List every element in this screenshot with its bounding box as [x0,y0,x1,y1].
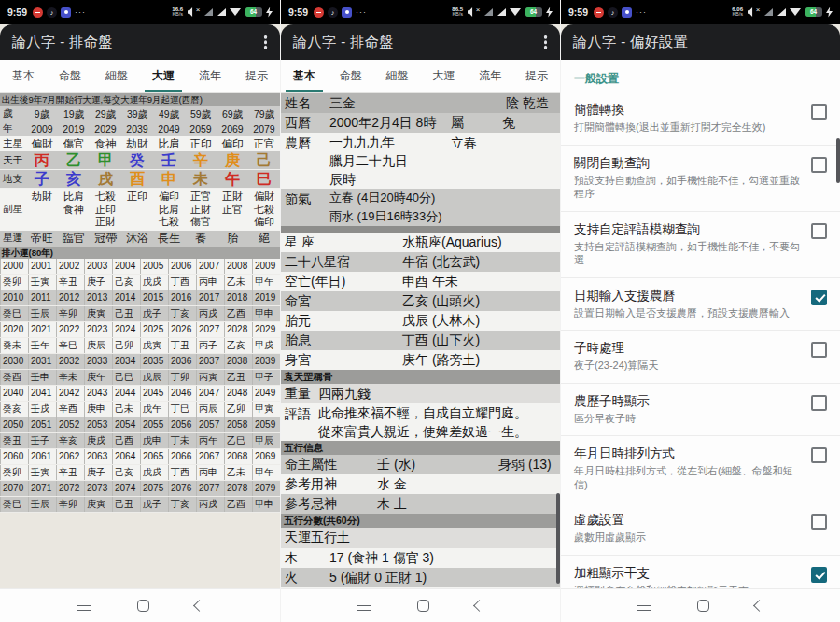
minor-luck-cell: 2026 [168,322,196,337]
field-label: 參考忌神 [285,496,377,513]
clock: 9:59 [568,7,588,18]
more-notifications-icon: ··· [75,7,86,17]
year-cell: 2039 [121,121,153,136]
status-right: 86.5KB/s 64 [452,7,553,18]
mute-icon [748,7,761,17]
app-bar: 論八字 - 偏好設置 [561,24,840,60]
settings-item[interactable]: 農歷子時顯示 區分早夜子時 [561,383,840,436]
field-value: 丁酉 (山下火) [402,332,480,349]
tab[interactable]: 命盤 [47,60,93,92]
overflow-menu-icon[interactable] [264,40,268,44]
main-star-cell: 正官 [248,136,280,151]
minor-luck-cell: 2072 [56,481,84,496]
minor-luck-cell: 壬辰 [28,306,56,321]
dayun-stage-row: 星運 帝旺臨官冠帶沐浴長生養胎絕 [0,231,280,247]
android-nav-bar [0,588,280,622]
status-left: 9:59 ♪ ··· [7,7,86,18]
minor-luck-cell: 壬寅 [28,275,56,290]
back-icon[interactable] [753,600,765,612]
minor-luck-cell: 己酉 [112,433,140,448]
checkbox[interactable] [811,223,827,239]
tab[interactable]: 大運 [140,60,187,92]
back-icon[interactable] [473,600,485,612]
tab[interactable]: 細盤 [374,60,421,92]
settings-item[interactable]: 加粗顯示干支 選擇則會在命盤和細盤中加粗顯示干支 [561,555,840,589]
recents-icon[interactable] [637,601,651,611]
minor-luck-cell: 己丑 [112,306,140,321]
scrollbar[interactable] [836,138,840,183]
setting-description: 年月日時柱排列方式，從左到右(細盤、命盤和短信) [574,464,802,491]
life-stage-cell: 長生 [153,231,185,247]
field-label: 空亡(年日) [285,274,402,290]
setting-description: 區分早夜子時 [574,412,802,426]
minor-luck-cell: 2052 [56,417,84,432]
tab[interactable]: 細盤 [93,60,140,92]
minor-luck-cell: 2030 [0,354,28,369]
minor-luck-cell: 2036 [168,354,196,369]
checkbox[interactable] [811,104,827,120]
minor-luck-cell: 乙亥 [224,338,252,353]
android-nav-bar [281,588,560,622]
earthly-branch-cell: 午 [217,170,248,188]
minor-luck-cell: 丁未 [168,433,196,448]
setting-title: 子時處理 [574,340,802,357]
home-icon[interactable] [417,600,429,612]
lunar-line: 辰時 [329,170,451,189]
back-icon[interactable] [193,600,205,612]
field-value: 庚午 (路旁土) [402,352,480,369]
field-extra: 身弱 (13) [498,457,552,474]
minor-luck-cell: 2059 [252,417,280,432]
settings-item[interactable]: 子時處理 夜子(23-24)算隔天 [561,330,840,383]
checkbox[interactable] [811,395,827,411]
minor-luck-row: 2050205120522053205420552056205720582059 [0,417,280,433]
sub-stars-cell: 正財正官 [217,191,248,216]
tab[interactable]: 提示 [233,60,280,92]
tab[interactable]: 大運 [420,60,467,92]
home-icon[interactable] [697,600,709,612]
settings-item[interactable]: 關閉自動查詢 預設支持自動查詢，如手機性能不佳，勾選並重啟程序 [561,145,840,211]
tab[interactable]: 基本 [0,60,47,92]
setting-title: 加粗顯示干支 [574,565,802,582]
checkbox[interactable] [811,290,827,305]
minor-luck-cell: 丁卯 [168,370,196,385]
checkbox[interactable] [811,157,827,173]
checkbox[interactable] [811,447,827,463]
settings-item[interactable]: 虛歲設置 歲數用虛歲顯示 [561,502,840,555]
minor-luck-cell: 2060 [0,449,28,464]
setting-title: 日期輸入支援農曆 [574,288,802,304]
home-icon[interactable] [137,600,149,612]
life-stage-cell: 冠帶 [90,231,121,247]
row-label: 副星 [0,191,26,229]
wuxing-row: 參考忌神 木 土 [281,494,560,514]
row-label: 主星 [0,136,26,151]
recents-icon[interactable] [357,601,371,611]
dayun-stem-row: 天干 丙乙甲癸壬辛庚己 [0,151,280,170]
minor-luck-row: 2040204120422043204420452046204720482049 [0,386,280,402]
minor-luck-cell: 2070 [0,481,28,496]
solar-term-line: 立春 (4日20時40分) [329,189,442,207]
heavenly-stem-cell: 壬 [153,151,185,169]
settings-item[interactable]: 日期輸入支援農曆 設置日期輸入是否支援農曆，預設支援農曆輸入 [561,277,840,331]
minor-luck-cell: 癸卯 [0,275,28,290]
minor-luck-row: 2030203120322033203420352036203720382039 [0,354,280,370]
tab[interactable]: 流年 [187,60,233,92]
minor-luck-cell: 甲辰 [252,433,280,448]
minor-luck-cell: 2037 [196,354,224,369]
recents-icon[interactable] [77,601,91,611]
settings-item[interactable]: 支持自定評語模糊查詢 支持自定評語模糊查詢，如手機性能不佳，不要勾選 [561,211,840,277]
heavenly-stem-cell: 庚 [217,151,248,169]
checkbox[interactable] [811,342,827,358]
minor-luck-cell: 甲寅 [252,402,280,417]
minor-luck-cell: 乙酉 [224,306,252,321]
tab[interactable]: 提示 [513,60,560,92]
row-label: 天干 [0,151,26,169]
tab[interactable]: 基本 [281,60,328,92]
tab[interactable]: 命盤 [328,60,374,92]
settings-item[interactable]: 年月日時排列方式 年月日時柱排列方式，從左到右(細盤、命盤和短信) [561,435,840,502]
overflow-menu-icon[interactable] [544,40,548,44]
tab[interactable]: 流年 [467,60,513,92]
checkbox[interactable] [811,567,827,583]
settings-item[interactable]: 簡體轉換 打開簡體轉換(退出並重新打開才完全生效) [561,92,840,145]
checkbox[interactable] [811,514,827,530]
solar-term-line: 雨水 (19日16時33分) [329,207,442,226]
